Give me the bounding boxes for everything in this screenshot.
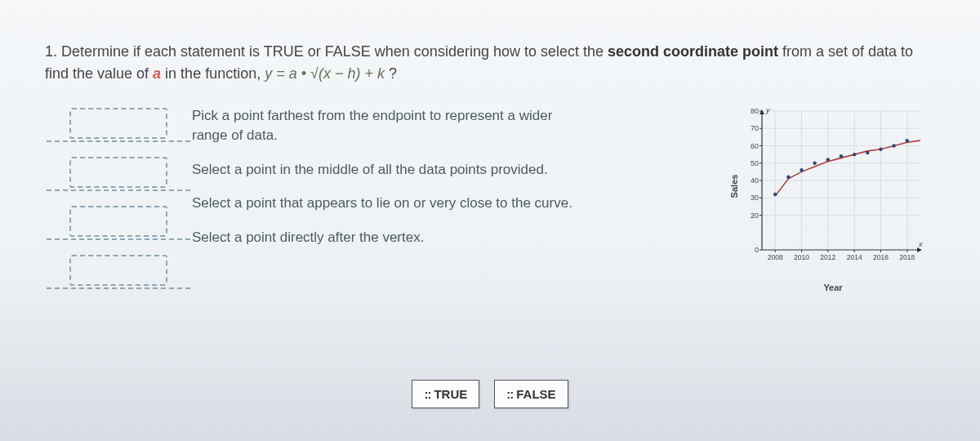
content-row: Pick a point farthest from the endpoint … — [45, 101, 935, 286]
statements-column: Pick a point farthest from the endpoint … — [192, 101, 731, 247]
statement-3: Select a point that appears to lie on or… — [192, 194, 584, 213]
svg-point-49 — [826, 158, 830, 161]
svg-point-55 — [906, 139, 909, 142]
svg-text:50: 50 — [751, 159, 759, 167]
svg-text:x: x — [918, 240, 923, 248]
svg-text:2012: 2012 — [820, 253, 835, 261]
drop-zone-2[interactable] — [69, 157, 167, 188]
chip-false-label: FALSE — [516, 387, 555, 401]
statement-2: Select a point in the middle of all the … — [192, 160, 584, 180]
chip-false[interactable]: ::FALSE — [494, 380, 568, 408]
drag-handle-icon: :: — [424, 387, 430, 401]
svg-text:70: 70 — [751, 124, 759, 132]
svg-text:2018: 2018 — [899, 253, 915, 261]
prompt-prefix: 1. Determine if each statement is TRUE o… — [45, 43, 608, 60]
svg-point-53 — [879, 148, 882, 151]
drop-zone-3[interactable] — [69, 206, 167, 237]
chip-true[interactable]: ::TRUE — [412, 380, 479, 408]
svg-point-47 — [800, 168, 803, 172]
chart-xlabel: Year — [823, 283, 842, 292]
statement-1: Pick a point farthest from the endpoint … — [192, 106, 584, 145]
svg-text:y: y — [765, 106, 770, 114]
chart-ylabel: Sales — [729, 175, 739, 198]
svg-text:30: 30 — [751, 194, 759, 202]
drop-zone-1[interactable] — [69, 108, 167, 139]
chart-column: Sales Year 02030405060708020082010201220… — [739, 101, 935, 268]
chart-svg: 020304050607080200820102012201420162018y… — [739, 105, 927, 268]
svg-point-50 — [840, 154, 843, 158]
answer-bank: ::TRUE ::FALSE — [0, 380, 980, 408]
svg-text:2014: 2014 — [847, 253, 862, 261]
drag-handle-icon: :: — [506, 387, 513, 401]
statement-4: Select a point directly after the vertex… — [192, 228, 584, 247]
svg-point-52 — [866, 151, 869, 154]
prompt-bold: second coordinate point — [608, 43, 778, 60]
drop-targets-column — [45, 101, 184, 286]
svg-point-51 — [853, 153, 856, 156]
svg-point-48 — [813, 162, 816, 165]
svg-marker-15 — [760, 109, 764, 114]
chart-container: Sales Year 02030405060708020082010201220… — [739, 105, 927, 268]
svg-point-45 — [773, 193, 777, 196]
svg-point-46 — [786, 176, 790, 179]
svg-point-54 — [892, 144, 895, 147]
svg-text:0: 0 — [755, 246, 759, 254]
prompt-tail: ? — [385, 65, 397, 82]
svg-text:2010: 2010 — [794, 253, 809, 261]
prompt-a: a — [153, 65, 161, 82]
svg-text:2008: 2008 — [768, 253, 783, 261]
drop-zone-4[interactable] — [69, 255, 167, 286]
prompt-mid2: in the function, — [161, 65, 265, 82]
prompt-eqn: y = a • √(x − h) + k — [265, 65, 385, 82]
svg-text:60: 60 — [751, 142, 759, 150]
svg-text:80: 80 — [751, 107, 759, 115]
svg-text:40: 40 — [751, 176, 759, 185]
svg-text:2016: 2016 — [873, 253, 889, 261]
chip-true-label: TRUE — [434, 387, 467, 401]
question-prompt: 1. Determine if each statement is TRUE o… — [45, 41, 935, 85]
question-block: 1. Determine if each statement is TRUE o… — [45, 41, 935, 286]
svg-text:20: 20 — [751, 212, 759, 220]
